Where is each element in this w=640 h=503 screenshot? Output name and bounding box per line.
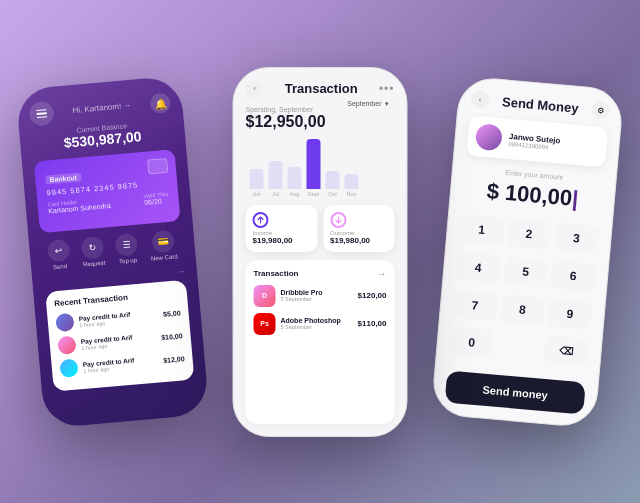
chart-bar-oct: Oct bbox=[326, 171, 340, 197]
key-2[interactable]: 2 bbox=[506, 218, 552, 250]
spending-section: Spending, September $12,950,00 September… bbox=[246, 106, 395, 131]
tx-amount: $12,00 bbox=[163, 354, 185, 363]
app-name: Dribbble Pro bbox=[281, 289, 358, 296]
income-outcome-row: Income $19,980,00 Outcome $19,980,00 bbox=[246, 205, 395, 252]
tx-info: Pay credit to Arif 1 hour ago bbox=[78, 307, 163, 327]
send-icon: ↩ bbox=[47, 238, 71, 262]
list-item: D Dribbble Pro 5 September $120,00 bbox=[254, 285, 387, 307]
chevron-down-icon: ▾ bbox=[385, 100, 389, 108]
mid-header: ‹ Transaction ••• bbox=[246, 80, 395, 98]
avatar bbox=[475, 123, 503, 151]
bank-name: Bankcut bbox=[45, 172, 81, 184]
key-0[interactable]: 0 bbox=[449, 326, 495, 358]
mid-tx-amount: $120,00 bbox=[358, 291, 387, 300]
send-label: Send bbox=[53, 263, 67, 270]
recipient-card: Janwo Sutejo 089412390984 bbox=[466, 115, 608, 167]
options-dots[interactable]: ••• bbox=[379, 82, 395, 96]
chart-bar-jun: Jun bbox=[250, 169, 264, 197]
chart-bar-aug: Aug bbox=[288, 167, 302, 197]
request-label: Request bbox=[83, 259, 106, 267]
outcome-amount: $19,980,00 bbox=[330, 236, 388, 245]
bell-icon[interactable]: 🔔 bbox=[149, 92, 171, 114]
menu-icon[interactable] bbox=[29, 100, 55, 126]
income-amount: $19,980,00 bbox=[253, 236, 311, 245]
key-3[interactable]: 3 bbox=[554, 222, 600, 254]
bar-chart: Jun Jul Aug Sept Oct bbox=[246, 137, 395, 197]
numpad: 1 2 3 4 5 6 7 8 9 0 ⌫ bbox=[448, 214, 599, 373]
tx-info: Pay credit to Arif 1 hour ago bbox=[82, 353, 163, 373]
tx-date: 5 September bbox=[281, 296, 358, 302]
newcard-action[interactable]: 💳 New Card bbox=[149, 229, 178, 261]
right-header: ‹ Send Money ⚙ bbox=[470, 89, 610, 119]
request-action[interactable]: ↻ Request bbox=[81, 235, 106, 267]
phone-middle: ‹ Transaction ••• Spending, September $1… bbox=[233, 67, 408, 437]
send-money-title: Send Money bbox=[502, 93, 580, 115]
view-all-arrow[interactable]: → bbox=[377, 268, 387, 279]
mid-transaction-section: Transaction → D Dribbble Pro 5 September… bbox=[246, 260, 395, 424]
back-button-right[interactable]: ‹ bbox=[470, 89, 490, 109]
mid-tx-amount: $110,00 bbox=[358, 319, 387, 328]
phone-left: Hi, Kartanom! → 🔔 Current Balance $530,9… bbox=[15, 75, 209, 428]
mid-tx-header: Transaction → bbox=[254, 268, 387, 279]
send-money-button[interactable]: Send money bbox=[445, 370, 586, 414]
phone-right: ‹ Send Money ⚙ Janwo Sutejo 089412390984… bbox=[430, 75, 624, 428]
tx-amount: $5,00 bbox=[163, 308, 181, 317]
newcard-icon: 💳 bbox=[151, 229, 175, 253]
settings-icon[interactable]: ⚙ bbox=[591, 100, 611, 120]
tx-amount: $10,00 bbox=[161, 331, 183, 340]
topup-action[interactable]: ☰ Top up bbox=[115, 232, 140, 264]
income-card: Income $19,980,00 bbox=[246, 205, 318, 252]
chart-bar-jul: Jul bbox=[269, 161, 283, 197]
month-selector[interactable]: September ▾ bbox=[341, 98, 394, 110]
tx-info: Pay credit to Arif 1 hour ago bbox=[80, 330, 161, 350]
phones-container: Hi, Kartanom! → 🔔 Current Balance $530,9… bbox=[20, 17, 620, 487]
app-name: Adobe Photoshop bbox=[281, 317, 358, 324]
avatar bbox=[57, 335, 77, 355]
recent-transactions: Recent Transaction Pay credit to Arif 1 … bbox=[45, 279, 194, 391]
list-item: Ps Adobe Photoshop 5 September $110,00 bbox=[254, 313, 387, 335]
key-5[interactable]: 5 bbox=[503, 255, 549, 287]
mid-tx-title: Transaction bbox=[254, 269, 299, 278]
greeting-text: Hi, Kartanom! → bbox=[72, 100, 132, 114]
key-9[interactable]: 9 bbox=[547, 297, 593, 329]
transaction-title: Transaction bbox=[285, 81, 358, 96]
credit-card: Bankcut 9845 5874 2345 9875 Card Holder … bbox=[34, 149, 181, 233]
key-1[interactable]: 1 bbox=[459, 214, 505, 246]
card-chip bbox=[147, 157, 168, 174]
send-action[interactable]: ↩ Send bbox=[47, 238, 72, 270]
avatar bbox=[59, 358, 79, 378]
mid-tx-info: Dribbble Pro 5 September bbox=[281, 289, 358, 302]
dribbble-icon: D bbox=[254, 285, 276, 307]
adobe-icon: Ps bbox=[254, 313, 276, 335]
key-4[interactable]: 4 bbox=[455, 251, 501, 283]
key-8[interactable]: 8 bbox=[500, 293, 546, 325]
topup-label: Top up bbox=[119, 256, 137, 264]
tx-date: 5 September bbox=[281, 324, 358, 330]
key-7[interactable]: 7 bbox=[452, 289, 498, 321]
key-6[interactable]: 6 bbox=[550, 259, 596, 291]
spending-amount: $12,950,00 bbox=[246, 113, 326, 131]
outcome-card: Outcome $19,980,00 bbox=[323, 205, 395, 252]
valid-date: 06/20 bbox=[144, 196, 169, 205]
newcard-label: New Card bbox=[151, 253, 178, 261]
chart-bar-nov: Nov bbox=[345, 174, 359, 197]
backspace-key[interactable]: ⌫ bbox=[544, 335, 590, 367]
avatar bbox=[55, 312, 75, 332]
spending-label: Spending, September bbox=[246, 106, 326, 113]
chart-bar-sept: Sept bbox=[307, 139, 321, 197]
back-button[interactable]: ‹ bbox=[246, 80, 264, 98]
cursor: | bbox=[571, 185, 579, 210]
topup-icon: ☰ bbox=[115, 232, 139, 256]
request-icon: ↻ bbox=[81, 235, 105, 259]
action-buttons: ↩ Send ↻ Request ☰ Top up 💳 New Card bbox=[41, 228, 184, 270]
mid-tx-info: Adobe Photoshop 5 September bbox=[281, 317, 358, 330]
